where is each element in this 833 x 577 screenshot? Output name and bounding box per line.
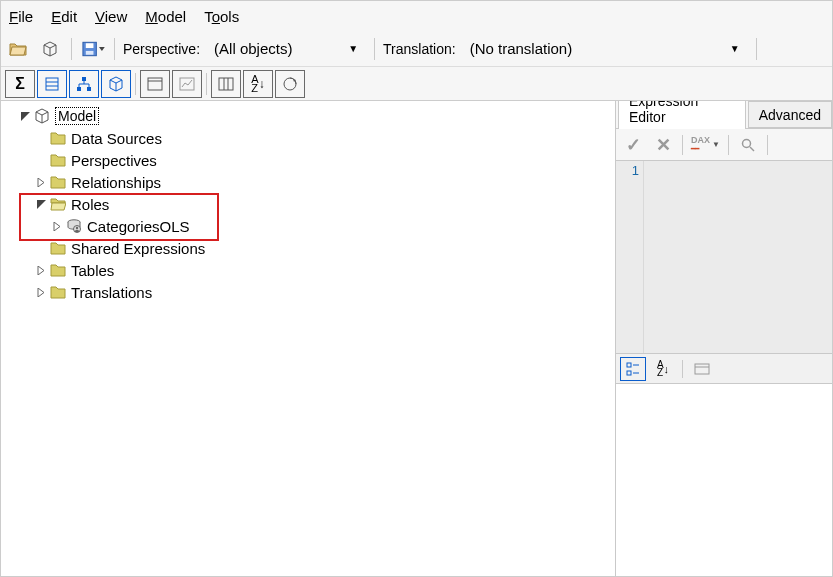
- tree-item-tables[interactable]: Tables: [3, 259, 613, 281]
- window-button[interactable]: [140, 70, 170, 98]
- view-toolbar: Σ AZ ↓: [1, 67, 832, 101]
- toolbar-separator: [206, 73, 207, 95]
- cancel-button[interactable]: ✕: [650, 132, 676, 158]
- cube-icon: [108, 76, 124, 92]
- folder-icon: [49, 173, 67, 191]
- property-grid-toolbar: AZ ↓: [616, 353, 832, 383]
- chevron-down-icon: ▼: [730, 43, 740, 54]
- translation-selector: Translation: (No translation) ▼: [383, 37, 748, 61]
- model-tree[interactable]: Model Data Sources Perspectives: [3, 105, 613, 303]
- list-icon: [44, 76, 60, 92]
- expander-icon[interactable]: [33, 288, 49, 297]
- property-pages-icon: [694, 363, 710, 375]
- toolbar-separator: [135, 73, 136, 95]
- tree-item-label: Shared Expressions: [71, 240, 205, 257]
- chevron-down-icon: ▼: [348, 43, 358, 54]
- perspective-combo[interactable]: (All objects) ▼: [206, 37, 366, 61]
- toolbar-separator: [756, 38, 757, 60]
- svg-rect-3: [46, 78, 58, 90]
- cube-view-button[interactable]: [101, 70, 131, 98]
- toolbar-separator: [114, 38, 115, 60]
- svg-rect-7: [77, 87, 81, 91]
- expander-icon[interactable]: [17, 112, 33, 121]
- right-pane: Expression Editor Advanced ✓ ✕ DAX━━ ▼ 1: [615, 101, 832, 576]
- menu-tools[interactable]: Tools: [204, 8, 239, 25]
- sigma-button[interactable]: Σ: [5, 70, 35, 98]
- expander-icon[interactable]: [33, 178, 49, 187]
- tree-item-translations[interactable]: Translations: [3, 281, 613, 303]
- expander-icon[interactable]: [33, 266, 49, 275]
- svg-rect-1: [86, 43, 94, 48]
- dax-icon: DAX━━: [691, 136, 710, 153]
- sort-az-button[interactable]: AZ ↓: [243, 70, 273, 98]
- tree-item-label: Data Sources: [71, 130, 162, 147]
- editor-body[interactable]: [644, 161, 832, 353]
- dax-format-button[interactable]: DAX━━ ▼: [689, 132, 722, 158]
- window-icon: [147, 77, 163, 91]
- tree-item-label: Relationships: [71, 174, 161, 191]
- main-toolbar: Perspective: (All objects) ▼ Translation…: [1, 31, 832, 67]
- svg-point-19: [742, 139, 750, 147]
- menu-edit[interactable]: Edit: [51, 8, 77, 25]
- tree-item-label: Perspectives: [71, 152, 157, 169]
- check-icon: ✓: [626, 134, 641, 156]
- property-grid[interactable]: [616, 383, 832, 576]
- hierarchy-button[interactable]: [69, 70, 99, 98]
- menu-model[interactable]: Model: [145, 8, 186, 25]
- menu-bar: File Edit View Model Tools: [1, 1, 832, 31]
- svg-rect-25: [695, 364, 709, 374]
- sort-icon: AZ: [657, 361, 664, 377]
- x-icon: ✕: [656, 134, 671, 156]
- svg-line-20: [750, 147, 754, 151]
- tree-item-label: Translations: [71, 284, 152, 301]
- refresh-icon: [282, 76, 298, 92]
- chart-icon: [179, 77, 195, 91]
- refresh-button[interactable]: [275, 70, 305, 98]
- tree-item-data-sources[interactable]: Data Sources: [3, 127, 613, 149]
- open-folder-button[interactable]: [5, 36, 31, 62]
- translation-label: Translation:: [383, 41, 456, 57]
- tree-item-relationships[interactable]: Relationships: [3, 171, 613, 193]
- chart-button[interactable]: [172, 70, 202, 98]
- chevron-down-icon: ▼: [712, 140, 720, 149]
- list-view-button[interactable]: [37, 70, 67, 98]
- highlight-box: [19, 193, 219, 241]
- folder-icon: [49, 239, 67, 257]
- folder-icon: [49, 151, 67, 169]
- cube-icon: [33, 107, 51, 125]
- tab-advanced[interactable]: Advanced: [748, 101, 832, 128]
- svg-rect-6: [82, 77, 86, 81]
- svg-rect-8: [87, 87, 91, 91]
- tree-root-label: Model: [55, 107, 99, 125]
- tree-pane: Model Data Sources Perspectives: [1, 101, 615, 576]
- perspective-selector: Perspective: (All objects) ▼: [123, 37, 366, 61]
- search-icon: [741, 138, 755, 152]
- toolbar-separator: [71, 38, 72, 60]
- tree-item-perspectives[interactable]: Perspectives: [3, 149, 613, 171]
- folder-icon: [49, 283, 67, 301]
- svg-rect-22: [627, 371, 631, 375]
- editor-gutter: 1: [616, 161, 644, 353]
- sigma-icon: Σ: [15, 75, 25, 93]
- property-pages-button[interactable]: [689, 357, 715, 381]
- hierarchy-icon: [76, 76, 92, 92]
- tree-root-row[interactable]: Model: [3, 105, 613, 127]
- folder-icon: [49, 261, 67, 279]
- tab-expression-editor[interactable]: Expression Editor: [618, 101, 746, 129]
- menu-file[interactable]: File: [9, 8, 33, 25]
- translation-combo[interactable]: (No translation) ▼: [462, 37, 748, 61]
- accept-button[interactable]: ✓: [620, 132, 646, 158]
- translation-value: (No translation): [470, 40, 573, 57]
- perspective-label: Perspective:: [123, 41, 200, 57]
- menu-view[interactable]: View: [95, 8, 127, 25]
- cube-button[interactable]: [37, 36, 63, 62]
- svg-rect-12: [219, 78, 233, 90]
- arrow-down-icon: ↓: [259, 77, 265, 91]
- save-button[interactable]: [80, 36, 106, 62]
- categorized-button[interactable]: [620, 357, 646, 381]
- expression-editor[interactable]: 1: [616, 161, 832, 353]
- alphabetical-button[interactable]: AZ ↓: [650, 357, 676, 381]
- search-button[interactable]: [735, 132, 761, 158]
- toolbar-separator: [728, 135, 729, 155]
- columns-button[interactable]: [211, 70, 241, 98]
